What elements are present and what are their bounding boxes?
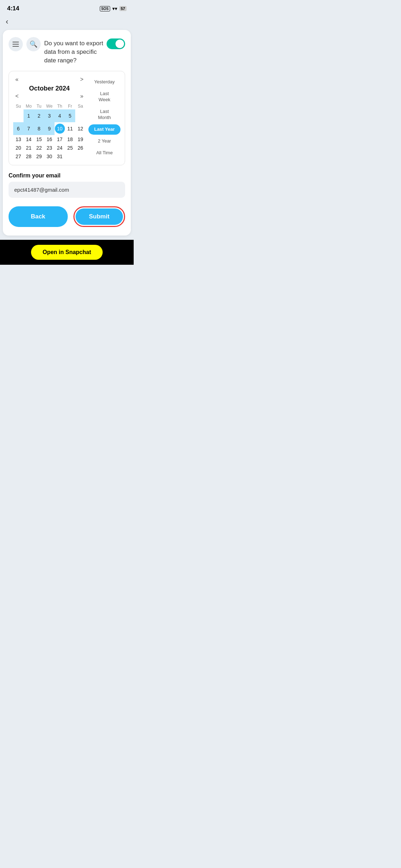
calendar-day-24[interactable]: 24 bbox=[55, 144, 65, 152]
prev-month-button[interactable]: < bbox=[13, 92, 21, 100]
open-in-snapchat-button[interactable]: Open in Snapchat bbox=[31, 245, 102, 260]
quick-select-yesterday[interactable]: Yesterday bbox=[88, 77, 120, 87]
weekday-header-row: Su Mo Tu We Th Fr Sa bbox=[13, 103, 86, 109]
status-icons: SOS ▾▾ 57 bbox=[100, 6, 127, 11]
calendar-day-10-selected[interactable]: 10 bbox=[55, 122, 65, 135]
header-left: 🔍 Do you want to export data from a spec… bbox=[9, 37, 107, 64]
quick-select-last-month[interactable]: LastMonth bbox=[88, 107, 120, 123]
next-next-month-button[interactable]: » bbox=[78, 92, 86, 100]
calendar-day-19[interactable]: 19 bbox=[75, 135, 86, 144]
calendar-day-21[interactable]: 21 bbox=[24, 144, 34, 152]
calendar-row-1: 1 2 3 4 5 bbox=[13, 109, 86, 122]
status-bar: 4:14 SOS ▾▾ 57 bbox=[0, 0, 134, 15]
back-chevron-icon[interactable]: ‹ bbox=[6, 17, 8, 26]
calendar-row-5: 27 28 29 30 31 bbox=[13, 152, 86, 161]
calendar-day-11[interactable]: 11 bbox=[65, 122, 75, 135]
calendar-day-1[interactable]: 1 bbox=[24, 109, 34, 122]
submit-button[interactable]: Submit bbox=[76, 208, 123, 225]
calendar-day-7[interactable]: 7 bbox=[24, 122, 34, 135]
calendar-day-8[interactable]: 8 bbox=[34, 122, 44, 135]
weekday-sa: Sa bbox=[75, 103, 86, 109]
calendar-day-4[interactable]: 4 bbox=[55, 109, 65, 122]
submit-button-wrapper: Submit bbox=[73, 206, 125, 227]
calendar-day-15[interactable]: 15 bbox=[34, 135, 44, 144]
calendar-day-18[interactable]: 18 bbox=[65, 135, 75, 144]
calendar-day-26[interactable]: 26 bbox=[75, 144, 86, 152]
header-row: 🔍 Do you want to export data from a spec… bbox=[9, 37, 125, 64]
calendar-row-2: 6 7 8 9 10 11 12 bbox=[13, 122, 86, 135]
calendar-day-25[interactable]: 25 bbox=[65, 144, 75, 152]
calendar-day-3[interactable]: 3 bbox=[44, 109, 55, 122]
back-btn-row: ‹ bbox=[0, 15, 134, 30]
wifi-icon: ▾▾ bbox=[112, 6, 117, 11]
toggle-track[interactable] bbox=[107, 38, 125, 49]
menu-icon-button[interactable] bbox=[9, 37, 23, 51]
day-empty bbox=[65, 152, 75, 161]
calendar-day-17[interactable]: 17 bbox=[55, 135, 65, 144]
hamburger-icon bbox=[12, 42, 19, 42]
calendar-row-4: 20 21 22 23 24 25 26 bbox=[13, 144, 86, 152]
search-icon-button[interactable]: 🔍 bbox=[26, 37, 41, 51]
calendar-day-9[interactable]: 9 bbox=[44, 122, 55, 135]
year-nav-row: « > bbox=[13, 76, 86, 83]
calendar-day-23[interactable]: 23 bbox=[44, 144, 55, 152]
toggle-knob bbox=[115, 40, 124, 48]
calendar-left: « > October 2024 < » Su Mo Tu We bbox=[13, 76, 86, 161]
main-card: 🔍 Do you want to export data from a spec… bbox=[3, 30, 131, 236]
weekday-su: Su bbox=[13, 103, 24, 109]
email-label: Confirm your email bbox=[9, 172, 125, 179]
month-nav-row: < » bbox=[13, 92, 86, 100]
battery-indicator: 57 bbox=[119, 6, 127, 11]
bottom-buttons: Back Submit bbox=[9, 206, 125, 227]
quick-select-all-time[interactable]: All Time bbox=[88, 148, 120, 158]
bottom-bar: Open in Snapchat bbox=[0, 240, 134, 265]
calendar-day-16[interactable]: 16 bbox=[44, 135, 55, 144]
weekday-we: We bbox=[44, 103, 55, 109]
calendar-day-13[interactable]: 13 bbox=[13, 135, 24, 144]
weekday-th: Th bbox=[55, 103, 65, 109]
hamburger-icon bbox=[12, 46, 19, 47]
calendar-day-27[interactable]: 27 bbox=[13, 152, 24, 161]
email-section: Confirm your email bbox=[9, 172, 125, 198]
sos-badge: SOS bbox=[100, 6, 110, 11]
calendar-day-14[interactable]: 14 bbox=[24, 135, 34, 144]
calendar-day-2[interactable]: 2 bbox=[34, 109, 44, 122]
calendar-day-30[interactable]: 30 bbox=[44, 152, 55, 161]
email-input[interactable] bbox=[9, 182, 125, 198]
weekday-fr: Fr bbox=[65, 103, 75, 109]
quick-select-2-year[interactable]: 2 Year bbox=[88, 136, 120, 146]
calendar-day-28[interactable]: 28 bbox=[24, 152, 34, 161]
calendar-month-title: October 2024 bbox=[13, 85, 86, 92]
next-year-button[interactable]: > bbox=[78, 76, 86, 83]
calendar-row-3: 13 14 15 16 17 18 19 bbox=[13, 135, 86, 144]
calendar-day-20[interactable]: 20 bbox=[13, 144, 24, 152]
weekday-mo: Mo bbox=[24, 103, 34, 109]
status-time: 4:14 bbox=[7, 5, 19, 12]
day-empty bbox=[75, 109, 86, 122]
date-range-toggle[interactable] bbox=[107, 38, 125, 49]
calendar-day-6[interactable]: 6 bbox=[13, 122, 24, 135]
calendar-day-5[interactable]: 5 bbox=[65, 109, 75, 122]
day-empty bbox=[13, 109, 24, 122]
prev-prev-year-button[interactable]: « bbox=[13, 76, 21, 83]
calendar-day-12[interactable]: 12 bbox=[75, 122, 86, 135]
hamburger-icon bbox=[12, 44, 19, 45]
quick-select-last-year[interactable]: Last Year bbox=[88, 124, 120, 135]
calendar-day-29[interactable]: 29 bbox=[34, 152, 44, 161]
weekday-tu: Tu bbox=[34, 103, 44, 109]
question-text: Do you want to export data from a specif… bbox=[44, 37, 107, 64]
calendar-grid: Su Mo Tu We Th Fr Sa 1 2 3 bbox=[13, 103, 86, 161]
calendar-section: « > October 2024 < » Su Mo Tu We bbox=[9, 71, 125, 165]
day-empty bbox=[75, 152, 86, 161]
search-icon: 🔍 bbox=[30, 40, 37, 48]
quick-select-panel: Yesterday LastWeek LastMonth Last Year 2… bbox=[88, 76, 120, 161]
calendar-day-31[interactable]: 31 bbox=[55, 152, 65, 161]
calendar-day-22[interactable]: 22 bbox=[34, 144, 44, 152]
quick-select-last-week[interactable]: LastWeek bbox=[88, 89, 120, 105]
back-button[interactable]: Back bbox=[9, 206, 68, 227]
